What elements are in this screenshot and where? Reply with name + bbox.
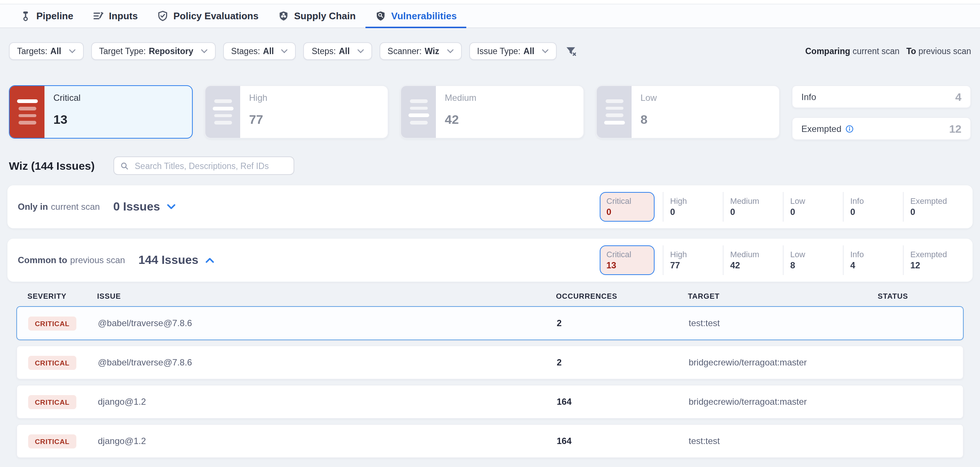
divider	[843, 192, 843, 222]
chevron-down-icon[interactable]	[167, 204, 176, 210]
chip-high[interactable]: High 0	[664, 193, 722, 221]
filter-label: Scanner:	[388, 47, 422, 56]
divider	[843, 245, 843, 275]
tab-policy-evaluations[interactable]: Policy Evaluations	[148, 5, 268, 27]
chip-exempted[interactable]: Exempted 0	[904, 193, 962, 221]
comparing-right: previous scan	[918, 47, 971, 56]
filter-label: Issue Type:	[477, 47, 520, 56]
issue-type-filter[interactable]: Issue Type: All	[469, 42, 557, 60]
table-row[interactable]: CRITICAL @babel/traverse@7.8.6 2 test:te…	[16, 306, 964, 340]
target-cell: test:test	[689, 318, 878, 328]
comparison-label: Comparing current scan To previous scan	[805, 47, 971, 56]
target-cell: bridgecrewio/terragoat:master	[689, 397, 878, 407]
chip-count: 42	[730, 260, 776, 270]
chip-exempted[interactable]: Exempted 12	[904, 246, 962, 274]
chip-info[interactable]: Info 4	[844, 246, 902, 274]
chip-low[interactable]: Low 8	[784, 246, 842, 274]
divider	[663, 192, 663, 222]
filter-value: Repository	[149, 47, 193, 56]
main-content: Targets: All Target Type: Repository Sta…	[0, 42, 980, 458]
info-card[interactable]: Info 4	[792, 85, 971, 108]
tab-label: Supply Chain	[294, 10, 355, 22]
filter-value: All	[51, 47, 61, 56]
severity-card-high[interactable]: High 77	[205, 85, 388, 139]
chip-medium[interactable]: Medium 0	[724, 193, 782, 221]
severity-card-label: Low	[641, 93, 657, 103]
chip-count: 0	[670, 207, 716, 217]
severity-badge: CRITICAL	[28, 395, 76, 409]
severity-gauge-icon	[401, 86, 436, 138]
pipeline-tabbar: Pipeline Inputs Policy Evaluations Suppl…	[0, 5, 980, 28]
issues-search[interactable]	[113, 156, 294, 175]
column-header-severity: SEVERITY	[27, 292, 97, 300]
occurrences-cell: 2	[557, 318, 689, 328]
chip-count: 0	[850, 207, 896, 217]
severity-card-medium[interactable]: Medium 42	[400, 85, 584, 139]
filter-label: Target Type:	[99, 47, 146, 56]
severity-card-count: 8	[641, 113, 657, 127]
severity-cards-row: Critical 13 High 77 Medium 42	[9, 85, 971, 140]
chip-label: High	[670, 197, 716, 205]
tab-inputs[interactable]: Inputs	[83, 5, 148, 27]
info-exempted-column: Info 4 Exempted 12	[792, 85, 971, 140]
comparing-to: To	[906, 47, 916, 56]
exempted-card[interactable]: Exempted 12	[792, 117, 971, 140]
chip-count: 77	[670, 260, 716, 270]
divider	[903, 192, 904, 222]
filter-value: All	[339, 47, 350, 56]
target-type-filter[interactable]: Target Type: Repository	[91, 42, 215, 60]
severity-card-low[interactable]: Low 8	[596, 85, 780, 139]
severity-card-count: 77	[249, 113, 267, 127]
chip-critical[interactable]: Critical 0	[600, 192, 655, 222]
chip-high[interactable]: High 77	[664, 246, 722, 274]
section-toggle[interactable]: Only in current scan 0 Issues	[18, 200, 176, 213]
tab-supply-chain[interactable]: Supply Chain	[268, 5, 365, 27]
severity-badge: CRITICAL	[28, 434, 76, 448]
targets-filter[interactable]: Targets: All	[9, 42, 83, 60]
issue-cell: django@1.2	[98, 397, 557, 407]
chevron-down-icon	[357, 49, 364, 53]
chip-label: Medium	[730, 197, 776, 205]
search-input[interactable]	[134, 160, 288, 171]
tab-label: Policy Evaluations	[173, 10, 259, 22]
severity-card-critical[interactable]: Critical 13	[9, 85, 193, 139]
occurrences-cell: 2	[557, 357, 689, 368]
chip-label: Exempted	[910, 250, 956, 259]
chevron-down-icon	[201, 49, 208, 53]
scanner-filter[interactable]: Scanner: Wiz	[380, 42, 461, 60]
chip-medium[interactable]: Medium 42	[724, 246, 782, 274]
table-row[interactable]: CRITICAL django@1.2 164 test:test	[16, 424, 964, 458]
section-toggle[interactable]: Common to previous scan 144 Issues	[18, 254, 214, 267]
severity-gauge-icon	[10, 86, 45, 138]
table-row[interactable]: CRITICAL @babel/traverse@7.8.6 2 bridgec…	[16, 345, 964, 380]
chip-critical[interactable]: Critical 13	[600, 245, 655, 275]
severity-badge: CRITICAL	[28, 316, 76, 330]
chevron-down-icon	[542, 49, 549, 53]
filter-label: Stages:	[231, 47, 260, 56]
severity-chips: Critical 13 High 77 Medium 42 Low 8	[600, 245, 962, 275]
filter-value: Wiz	[425, 47, 439, 56]
chevron-up-icon[interactable]	[205, 257, 214, 263]
tab-vulnerabilities[interactable]: Vulnerabilities	[366, 5, 467, 28]
column-header-occurrences: OCCURRENCES	[556, 292, 688, 300]
stages-filter[interactable]: Stages: All	[223, 42, 296, 60]
tab-label: Pipeline	[36, 10, 73, 22]
chip-count: 0	[730, 207, 776, 217]
steps-filter[interactable]: Steps: All	[304, 42, 372, 60]
chevron-down-icon	[281, 49, 288, 53]
inputs-icon	[93, 10, 104, 22]
tab-pipeline[interactable]: Pipeline	[10, 5, 83, 27]
chip-count: 8	[790, 260, 836, 270]
exempted-card-count: 12	[949, 122, 961, 135]
severity-gauge-icon	[597, 86, 632, 138]
chip-label: Info	[850, 197, 896, 205]
filter-value: All	[523, 47, 534, 56]
divider	[783, 245, 784, 275]
table-row[interactable]: CRITICAL django@1.2 164 bridgecrewio/ter…	[16, 385, 964, 419]
chip-info[interactable]: Info 0	[844, 193, 902, 221]
filter-row: Targets: All Target Type: Repository Sta…	[9, 42, 971, 60]
issue-cell: @babel/traverse@7.8.6	[98, 357, 557, 368]
clear-filters-icon[interactable]	[566, 46, 577, 56]
chip-low[interactable]: Low 0	[784, 193, 842, 221]
section-label-bold: Common to	[18, 255, 67, 265]
